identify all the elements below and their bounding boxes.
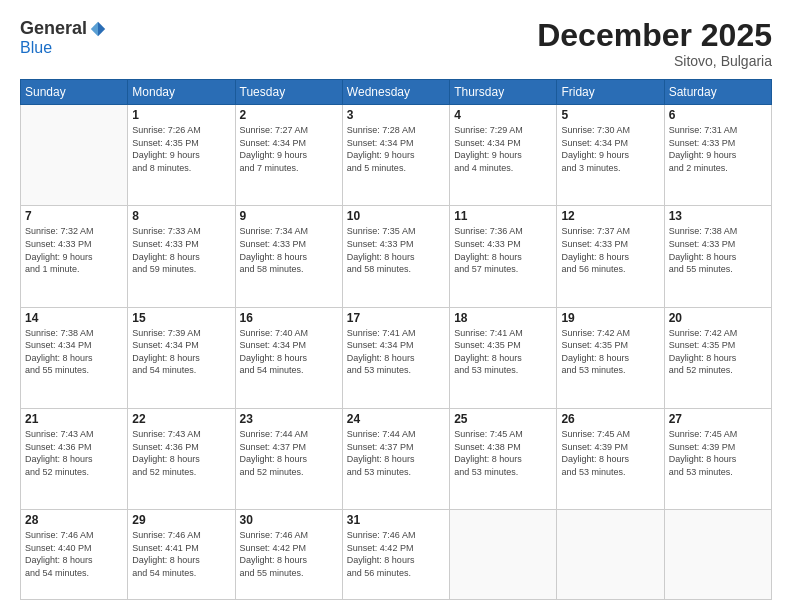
day-number: 4 (454, 108, 552, 122)
table-row: 23Sunrise: 7:44 AM Sunset: 4:37 PM Dayli… (235, 408, 342, 509)
header-monday: Monday (128, 80, 235, 105)
header-wednesday: Wednesday (342, 80, 449, 105)
table-row: 17Sunrise: 7:41 AM Sunset: 4:34 PM Dayli… (342, 307, 449, 408)
header-sunday: Sunday (21, 80, 128, 105)
day-info: Sunrise: 7:46 AM Sunset: 4:41 PM Dayligh… (132, 529, 230, 579)
day-info: Sunrise: 7:42 AM Sunset: 4:35 PM Dayligh… (669, 327, 767, 377)
day-number: 11 (454, 209, 552, 223)
day-info: Sunrise: 7:39 AM Sunset: 4:34 PM Dayligh… (132, 327, 230, 377)
header: General Blue December 2025 Sitovo, Bulga… (20, 18, 772, 69)
table-row: 16Sunrise: 7:40 AM Sunset: 4:34 PM Dayli… (235, 307, 342, 408)
day-info: Sunrise: 7:42 AM Sunset: 4:35 PM Dayligh… (561, 327, 659, 377)
table-row: 22Sunrise: 7:43 AM Sunset: 4:36 PM Dayli… (128, 408, 235, 509)
table-row: 26Sunrise: 7:45 AM Sunset: 4:39 PM Dayli… (557, 408, 664, 509)
day-info: Sunrise: 7:28 AM Sunset: 4:34 PM Dayligh… (347, 124, 445, 174)
day-info: Sunrise: 7:32 AM Sunset: 4:33 PM Dayligh… (25, 225, 123, 275)
page: General Blue December 2025 Sitovo, Bulga… (0, 0, 792, 612)
day-info: Sunrise: 7:45 AM Sunset: 4:39 PM Dayligh… (561, 428, 659, 478)
day-number: 26 (561, 412, 659, 426)
day-info: Sunrise: 7:38 AM Sunset: 4:34 PM Dayligh… (25, 327, 123, 377)
table-row: 5Sunrise: 7:30 AM Sunset: 4:34 PM Daylig… (557, 105, 664, 206)
day-number: 3 (347, 108, 445, 122)
table-row: 13Sunrise: 7:38 AM Sunset: 4:33 PM Dayli… (664, 206, 771, 307)
header-friday: Friday (557, 80, 664, 105)
table-row: 6Sunrise: 7:31 AM Sunset: 4:33 PM Daylig… (664, 105, 771, 206)
table-row: 21Sunrise: 7:43 AM Sunset: 4:36 PM Dayli… (21, 408, 128, 509)
day-number: 25 (454, 412, 552, 426)
header-saturday: Saturday (664, 80, 771, 105)
day-number: 20 (669, 311, 767, 325)
table-row: 27Sunrise: 7:45 AM Sunset: 4:39 PM Dayli… (664, 408, 771, 509)
table-row: 29Sunrise: 7:46 AM Sunset: 4:41 PM Dayli… (128, 510, 235, 600)
table-row: 10Sunrise: 7:35 AM Sunset: 4:33 PM Dayli… (342, 206, 449, 307)
day-number: 2 (240, 108, 338, 122)
day-info: Sunrise: 7:46 AM Sunset: 4:40 PM Dayligh… (25, 529, 123, 579)
table-row: 30Sunrise: 7:46 AM Sunset: 4:42 PM Dayli… (235, 510, 342, 600)
day-info: Sunrise: 7:37 AM Sunset: 4:33 PM Dayligh… (561, 225, 659, 275)
day-info: Sunrise: 7:46 AM Sunset: 4:42 PM Dayligh… (347, 529, 445, 579)
day-info: Sunrise: 7:43 AM Sunset: 4:36 PM Dayligh… (25, 428, 123, 478)
table-row (664, 510, 771, 600)
day-number: 17 (347, 311, 445, 325)
day-info: Sunrise: 7:33 AM Sunset: 4:33 PM Dayligh… (132, 225, 230, 275)
table-row: 3Sunrise: 7:28 AM Sunset: 4:34 PM Daylig… (342, 105, 449, 206)
day-number: 27 (669, 412, 767, 426)
table-row: 1Sunrise: 7:26 AM Sunset: 4:35 PM Daylig… (128, 105, 235, 206)
logo-blue-text: Blue (20, 39, 52, 56)
day-number: 23 (240, 412, 338, 426)
table-row: 11Sunrise: 7:36 AM Sunset: 4:33 PM Dayli… (450, 206, 557, 307)
day-info: Sunrise: 7:41 AM Sunset: 4:34 PM Dayligh… (347, 327, 445, 377)
table-row: 14Sunrise: 7:38 AM Sunset: 4:34 PM Dayli… (21, 307, 128, 408)
table-row (450, 510, 557, 600)
day-info: Sunrise: 7:30 AM Sunset: 4:34 PM Dayligh… (561, 124, 659, 174)
day-info: Sunrise: 7:41 AM Sunset: 4:35 PM Dayligh… (454, 327, 552, 377)
day-number: 9 (240, 209, 338, 223)
table-row: 15Sunrise: 7:39 AM Sunset: 4:34 PM Dayli… (128, 307, 235, 408)
day-number: 7 (25, 209, 123, 223)
day-number: 5 (561, 108, 659, 122)
table-row: 18Sunrise: 7:41 AM Sunset: 4:35 PM Dayli… (450, 307, 557, 408)
location: Sitovo, Bulgaria (537, 53, 772, 69)
day-number: 18 (454, 311, 552, 325)
logo: General Blue (20, 18, 107, 57)
day-number: 15 (132, 311, 230, 325)
table-row (21, 105, 128, 206)
table-row: 25Sunrise: 7:45 AM Sunset: 4:38 PM Dayli… (450, 408, 557, 509)
table-row: 4Sunrise: 7:29 AM Sunset: 4:34 PM Daylig… (450, 105, 557, 206)
day-number: 14 (25, 311, 123, 325)
month-title: December 2025 (537, 18, 772, 53)
day-info: Sunrise: 7:26 AM Sunset: 4:35 PM Dayligh… (132, 124, 230, 174)
day-info: Sunrise: 7:46 AM Sunset: 4:42 PM Dayligh… (240, 529, 338, 579)
day-number: 16 (240, 311, 338, 325)
day-info: Sunrise: 7:34 AM Sunset: 4:33 PM Dayligh… (240, 225, 338, 275)
day-number: 19 (561, 311, 659, 325)
day-info: Sunrise: 7:31 AM Sunset: 4:33 PM Dayligh… (669, 124, 767, 174)
header-tuesday: Tuesday (235, 80, 342, 105)
day-number: 28 (25, 513, 123, 527)
day-number: 21 (25, 412, 123, 426)
table-row: 20Sunrise: 7:42 AM Sunset: 4:35 PM Dayli… (664, 307, 771, 408)
day-number: 22 (132, 412, 230, 426)
weekday-header-row: Sunday Monday Tuesday Wednesday Thursday… (21, 80, 772, 105)
day-number: 24 (347, 412, 445, 426)
day-info: Sunrise: 7:38 AM Sunset: 4:33 PM Dayligh… (669, 225, 767, 275)
calendar-table: Sunday Monday Tuesday Wednesday Thursday… (20, 79, 772, 600)
logo-icon (89, 20, 107, 38)
day-info: Sunrise: 7:40 AM Sunset: 4:34 PM Dayligh… (240, 327, 338, 377)
table-row: 8Sunrise: 7:33 AM Sunset: 4:33 PM Daylig… (128, 206, 235, 307)
svg-marker-0 (98, 21, 105, 35)
table-row: 7Sunrise: 7:32 AM Sunset: 4:33 PM Daylig… (21, 206, 128, 307)
day-info: Sunrise: 7:44 AM Sunset: 4:37 PM Dayligh… (240, 428, 338, 478)
table-row: 12Sunrise: 7:37 AM Sunset: 4:33 PM Dayli… (557, 206, 664, 307)
day-info: Sunrise: 7:36 AM Sunset: 4:33 PM Dayligh… (454, 225, 552, 275)
table-row: 19Sunrise: 7:42 AM Sunset: 4:35 PM Dayli… (557, 307, 664, 408)
logo-general-text: General (20, 18, 87, 39)
table-row: 9Sunrise: 7:34 AM Sunset: 4:33 PM Daylig… (235, 206, 342, 307)
day-number: 6 (669, 108, 767, 122)
table-row: 31Sunrise: 7:46 AM Sunset: 4:42 PM Dayli… (342, 510, 449, 600)
day-info: Sunrise: 7:35 AM Sunset: 4:33 PM Dayligh… (347, 225, 445, 275)
day-number: 10 (347, 209, 445, 223)
day-info: Sunrise: 7:27 AM Sunset: 4:34 PM Dayligh… (240, 124, 338, 174)
day-info: Sunrise: 7:44 AM Sunset: 4:37 PM Dayligh… (347, 428, 445, 478)
day-number: 30 (240, 513, 338, 527)
